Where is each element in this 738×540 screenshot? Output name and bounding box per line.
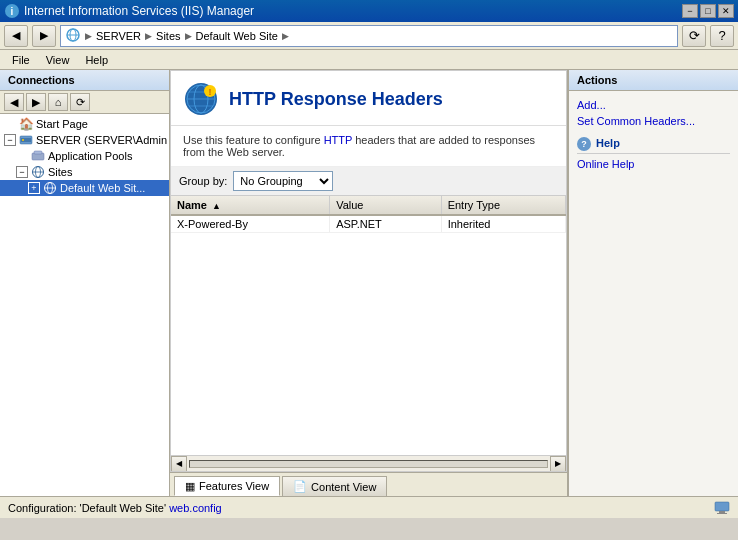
tree-item-start-page[interactable]: 🏠 Start Page (0, 116, 169, 132)
feature-description: Use this feature to configure HTTP heade… (171, 126, 566, 167)
conn-forward-button[interactable]: ▶ (26, 93, 46, 111)
scroll-left-button[interactable]: ◀ (171, 456, 187, 472)
svg-text:!: ! (209, 87, 212, 97)
scroll-right-button[interactable]: ▶ (550, 456, 566, 472)
col-entry-type[interactable]: Entry Type (441, 196, 565, 215)
center-content: ! HTTP Response Headers Use this feature… (170, 70, 568, 496)
content-view-label: Content View (311, 481, 376, 493)
title-bar-left: i Internet Information Services (IIS) Ma… (4, 3, 254, 19)
app-pools-label: Application Pools (48, 150, 132, 162)
tree-item-sites[interactable]: − Sites (0, 164, 169, 180)
server-expand[interactable]: − (4, 134, 16, 146)
svg-rect-24 (715, 502, 729, 511)
address-icon (65, 28, 81, 44)
title-bar: i Internet Information Services (IIS) Ma… (0, 0, 738, 22)
svg-rect-9 (34, 151, 42, 154)
help-button[interactable]: ? (710, 25, 734, 47)
menu-view[interactable]: View (38, 52, 78, 68)
addr-server[interactable]: SERVER (96, 30, 141, 42)
connections-toolbar: ◀ ▶ ⌂ ⟳ (0, 91, 169, 114)
addr-sep-2: ▶ (145, 31, 152, 41)
actions-help-header: ? Help (577, 137, 730, 154)
svg-rect-26 (717, 513, 727, 514)
addr-default-web-site[interactable]: Default Web Site (196, 30, 278, 42)
response-headers-table: Name ▲ Value Entry Type X-Powered-By ASP… (171, 196, 566, 233)
svg-point-7 (22, 139, 24, 141)
tree-item-app-pools[interactable]: Application Pools (0, 148, 169, 164)
conn-back-button[interactable]: ◀ (4, 93, 24, 111)
tree-item-default-web-site[interactable]: + Default Web Sit... (0, 180, 169, 196)
main-layout: Connections ◀ ▶ ⌂ ⟳ 🏠 Start Page − (0, 70, 738, 496)
addr-sites[interactable]: Sites (156, 30, 180, 42)
groupby-select[interactable]: No Grouping Entry Type (233, 171, 333, 191)
server-icon (18, 133, 34, 147)
feature-title: HTTP Response Headers (229, 89, 443, 110)
title-text: Internet Information Services (IIS) Mana… (24, 4, 254, 18)
feature-globe-icon: ! (183, 81, 219, 117)
app-icon: i (4, 3, 20, 19)
default-site-icon (42, 181, 58, 195)
tab-content-view[interactable]: 📄 Content View (282, 476, 387, 496)
sites-icon (30, 165, 46, 179)
col-name[interactable]: Name ▲ (171, 196, 330, 215)
bottom-tabs: ▦ Features View 📄 Content View (170, 472, 567, 496)
start-page-label: Start Page (36, 118, 88, 130)
help-section-icon: ? (577, 137, 591, 151)
action-set-common-headers[interactable]: Set Common Headers... (577, 113, 730, 129)
scroll-track[interactable] (189, 460, 548, 468)
sites-expand[interactable]: − (16, 166, 28, 178)
action-add[interactable]: Add... (577, 97, 730, 113)
actions-content: Add... Set Common Headers... ? Help Onli… (569, 91, 738, 178)
addr-sep-3: ▶ (185, 31, 192, 41)
row-name: X-Powered-By (171, 215, 330, 233)
actions-header: Actions (569, 70, 738, 91)
groupby-label: Group by: (179, 175, 227, 187)
tree-item-server[interactable]: − SERVER (SERVER\Admin (0, 132, 169, 148)
forward-button[interactable]: ▶ (32, 25, 56, 47)
conn-home-button[interactable]: ⌂ (48, 93, 68, 111)
addr-sep-4: ▶ (282, 31, 289, 41)
refresh-button[interactable]: ⟳ (682, 25, 706, 47)
back-button[interactable]: ◀ (4, 25, 28, 47)
maximize-button[interactable]: □ (700, 4, 716, 18)
close-button[interactable]: ✕ (718, 4, 734, 18)
groupby-bar: Group by: No Grouping Entry Type (171, 167, 566, 196)
sort-arrow-name: ▲ (212, 201, 221, 211)
row-value: ASP.NET (330, 215, 442, 233)
conn-refresh-button[interactable]: ⟳ (70, 93, 90, 111)
feature-panel: ! HTTP Response Headers Use this feature… (170, 70, 567, 472)
app-pools-icon (30, 149, 46, 163)
server-label: SERVER (SERVER\Admin (36, 134, 167, 146)
title-buttons: − □ ✕ (682, 4, 734, 18)
features-view-label: Features View (199, 480, 269, 492)
status-text: Configuration: 'Default Web Site' web.co… (8, 502, 222, 514)
tab-features-view[interactable]: ▦ Features View (174, 476, 280, 496)
minimize-button[interactable]: − (682, 4, 698, 18)
status-icon (714, 499, 730, 517)
h-scrollbar: ◀ ▶ (171, 455, 566, 471)
default-site-expand[interactable]: + (28, 182, 40, 194)
row-entry-type: Inherited (441, 215, 565, 233)
webconfig-link[interactable]: web.config (169, 502, 222, 514)
menu-help[interactable]: Help (77, 52, 116, 68)
headers-table: Name ▲ Value Entry Type X-Powered-By ASP… (171, 196, 566, 455)
svg-rect-25 (719, 511, 725, 513)
actions-panel: Actions Add... Set Common Headers... ? H… (568, 70, 738, 496)
svg-text:i: i (11, 6, 14, 17)
default-site-label: Default Web Sit... (60, 182, 145, 194)
feature-header: ! HTTP Response Headers (171, 71, 566, 126)
content-view-icon: 📄 (293, 480, 307, 493)
table-row[interactable]: X-Powered-By ASP.NET Inherited (171, 215, 566, 233)
action-online-help[interactable]: Online Help (577, 156, 730, 172)
http-link[interactable]: HTTP (324, 134, 353, 146)
address-bar: ◀ ▶ ▶ SERVER ▶ Sites ▶ Default Web Site … (0, 22, 738, 50)
connections-tree: 🏠 Start Page − SERVER (SERVER\Admin (0, 114, 169, 496)
connections-panel: Connections ◀ ▶ ⌂ ⟳ 🏠 Start Page − (0, 70, 170, 496)
connections-header: Connections (0, 70, 169, 91)
addr-sep-1: ▶ (85, 31, 92, 41)
col-value[interactable]: Value (330, 196, 442, 215)
address-field[interactable]: ▶ SERVER ▶ Sites ▶ Default Web Site ▶ (60, 25, 678, 47)
sites-label: Sites (48, 166, 72, 178)
start-page-icon: 🏠 (18, 117, 34, 131)
menu-file[interactable]: File (4, 52, 38, 68)
